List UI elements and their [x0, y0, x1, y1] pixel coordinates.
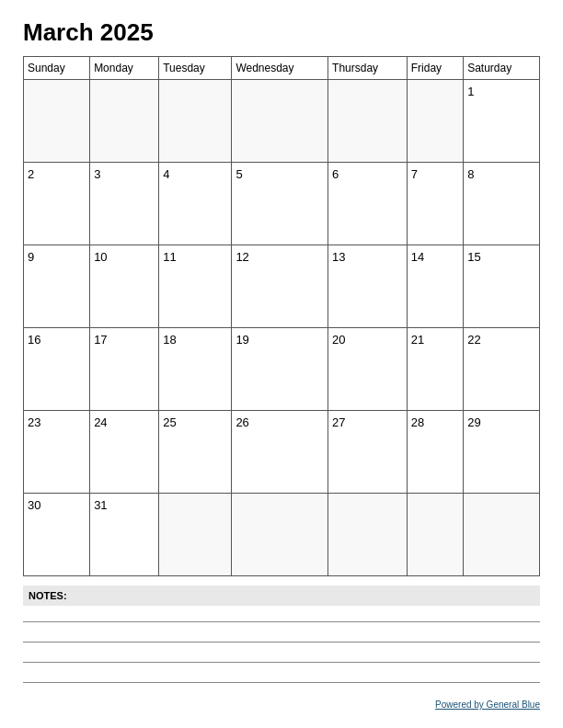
day-cell-3-1: 17 — [90, 328, 159, 411]
day-number: 8 — [467, 167, 535, 181]
week-row-0: 1 — [24, 80, 540, 163]
day-cell-0-2 — [159, 80, 232, 163]
day-cell-2-5: 14 — [407, 245, 463, 328]
header-cell-monday: Monday — [90, 57, 159, 80]
day-cell-0-6: 1 — [464, 80, 540, 163]
day-cell-4-3: 26 — [232, 411, 328, 494]
day-cell-4-6: 29 — [464, 411, 540, 494]
day-cell-5-2 — [159, 494, 232, 576]
day-cell-2-6: 15 — [464, 245, 540, 328]
day-cell-4-1: 24 — [90, 411, 159, 494]
day-number: 4 — [163, 167, 227, 181]
day-cell-1-5: 7 — [407, 163, 463, 245]
day-cell-5-4 — [328, 494, 408, 576]
notes-section: NOTES: — [23, 586, 540, 692]
notes-line-1 — [23, 611, 540, 622]
page: March 2025 SundayMondayTuesdayWednesdayT… — [0, 0, 563, 728]
day-cell-3-5: 21 — [407, 328, 463, 411]
day-cell-0-0 — [24, 80, 90, 163]
day-number: 1 — [467, 85, 535, 98]
day-number: 27 — [332, 415, 403, 429]
day-cell-5-5 — [407, 494, 463, 576]
header-cell-tuesday: Tuesday — [159, 57, 232, 80]
header-cell-saturday: Saturday — [464, 57, 540, 80]
day-number: 25 — [163, 415, 227, 429]
day-number: 20 — [332, 333, 403, 347]
day-cell-0-3 — [232, 80, 328, 163]
day-number: 24 — [94, 415, 155, 429]
day-cell-3-2: 18 — [159, 328, 232, 411]
week-row-2: 9101112131415 — [24, 245, 540, 328]
day-cell-2-2: 11 — [159, 245, 232, 328]
day-cell-5-6 — [464, 494, 540, 576]
week-row-5: 3031 — [24, 494, 540, 576]
day-cell-4-5: 28 — [407, 411, 463, 494]
day-cell-1-4: 6 — [328, 163, 408, 245]
week-row-3: 16171819202122 — [24, 328, 540, 411]
day-cell-1-1: 3 — [90, 163, 159, 245]
day-number: 22 — [467, 333, 535, 347]
header-cell-sunday: Sunday — [24, 57, 90, 80]
notes-line-4 — [23, 672, 540, 683]
day-number: 9 — [28, 250, 86, 264]
day-cell-2-1: 10 — [90, 245, 159, 328]
day-cell-3-0: 16 — [24, 328, 90, 411]
day-number: 12 — [236, 250, 324, 264]
day-number: 13 — [332, 250, 403, 264]
day-number: 6 — [332, 167, 403, 181]
day-number: 31 — [94, 498, 155, 512]
day-cell-5-1: 31 — [90, 494, 159, 576]
day-number: 30 — [28, 498, 86, 512]
day-number: 3 — [94, 167, 155, 181]
powered-by-link[interactable]: Powered by General Blue — [435, 700, 540, 710]
day-cell-1-6: 8 — [464, 163, 540, 245]
day-cell-4-4: 27 — [328, 411, 408, 494]
notes-label: NOTES: — [23, 586, 540, 606]
day-cell-0-1 — [90, 80, 159, 163]
header-cell-wednesday: Wednesday — [232, 57, 328, 80]
day-cell-1-0: 2 — [24, 163, 90, 245]
day-number: 10 — [94, 250, 155, 264]
day-number: 18 — [163, 333, 227, 347]
day-number: 28 — [411, 415, 459, 429]
day-number: 7 — [411, 167, 459, 181]
day-number: 15 — [467, 250, 535, 264]
calendar-table: SundayMondayTuesdayWednesdayThursdayFrid… — [23, 56, 540, 576]
day-cell-2-0: 9 — [24, 245, 90, 328]
day-number: 26 — [236, 415, 324, 429]
week-row-1: 2345678 — [24, 163, 540, 245]
day-number: 11 — [163, 250, 227, 264]
day-number: 29 — [467, 415, 535, 429]
notes-line-3 — [23, 652, 540, 663]
day-number: 17 — [94, 333, 155, 347]
day-number: 5 — [236, 167, 324, 181]
day-cell-3-3: 19 — [232, 328, 328, 411]
header-row: SundayMondayTuesdayWednesdayThursdayFrid… — [24, 57, 540, 80]
day-cell-1-2: 4 — [159, 163, 232, 245]
day-cell-4-0: 23 — [24, 411, 90, 494]
day-cell-2-4: 13 — [328, 245, 408, 328]
day-cell-0-4 — [328, 80, 408, 163]
day-cell-2-3: 12 — [232, 245, 328, 328]
day-cell-3-4: 20 — [328, 328, 408, 411]
day-number: 16 — [28, 333, 86, 347]
day-number: 23 — [28, 415, 86, 429]
notes-line-2 — [23, 631, 540, 643]
day-number: 14 — [411, 250, 459, 264]
powered-by: Powered by General Blue — [23, 700, 540, 710]
day-number: 21 — [411, 333, 459, 347]
calendar-title: March 2025 — [23, 18, 540, 47]
day-cell-5-0: 30 — [24, 494, 90, 576]
header-cell-thursday: Thursday — [328, 57, 408, 80]
day-cell-3-6: 22 — [464, 328, 540, 411]
day-cell-4-2: 25 — [159, 411, 232, 494]
day-cell-1-3: 5 — [232, 163, 328, 245]
header-cell-friday: Friday — [407, 57, 463, 80]
week-row-4: 23242526272829 — [24, 411, 540, 494]
day-number: 2 — [28, 167, 86, 181]
day-number: 19 — [236, 333, 324, 347]
day-cell-5-3 — [232, 494, 328, 576]
day-cell-0-5 — [407, 80, 463, 163]
